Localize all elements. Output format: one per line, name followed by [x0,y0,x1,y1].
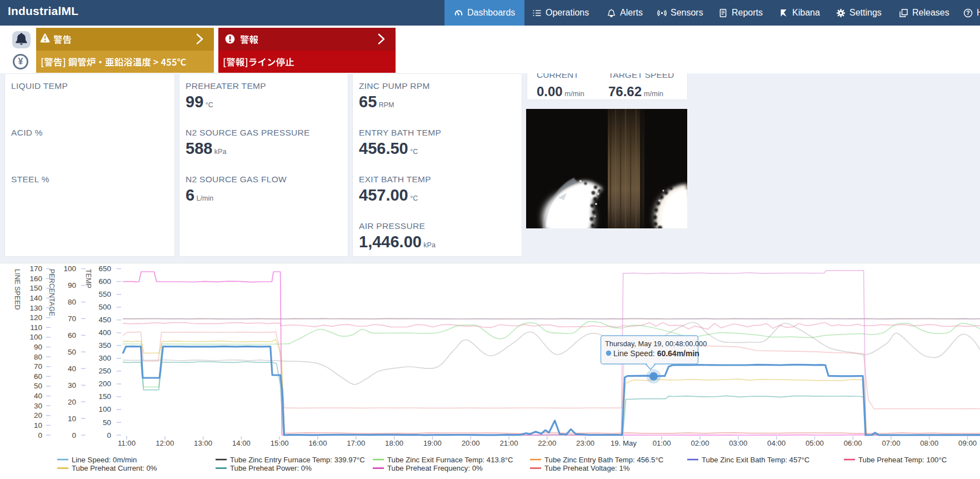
svg-text:Thursday, May 19, 00:48:00.000: Thursday, May 19, 00:48:00.000 [605,340,707,348]
svg-text:200: 200 [98,380,111,388]
svg-text:Tube Preheat Temp: 100°C: Tube Preheat Temp: 100°C [858,456,947,464]
svg-text:Tube Zinc Entry Furnace Temp:: Tube Zinc Entry Furnace Temp: 339.97°C [230,456,365,464]
svg-text:23:00: 23:00 [576,439,594,447]
svg-text:13:00: 13:00 [194,439,212,447]
svg-text:05:00: 05:00 [806,439,824,447]
svg-text:12:00: 12:00 [156,439,174,447]
svg-text:70: 70 [34,362,42,371]
svg-text:0: 0 [107,431,111,440]
svg-text:90: 90 [68,281,76,290]
svg-text:Tube Zinc Exit Bath Temp: 457°: Tube Zinc Exit Bath Temp: 457°C [702,456,810,464]
svg-text:PERCENTAGE: PERCENTAGE [48,269,56,316]
svg-text:110: 110 [30,323,42,332]
svg-text:Tube Preheat Voltage: 1%: Tube Preheat Voltage: 1% [544,464,630,472]
svg-text:0: 0 [72,431,76,440]
svg-text:0: 0 [38,431,42,440]
svg-text:120: 120 [29,313,42,322]
svg-text:50: 50 [34,382,42,390]
svg-text:500: 500 [98,303,111,311]
svg-text:300: 300 [98,354,111,362]
svg-text:100: 100 [63,265,76,273]
svg-text:10: 10 [68,415,76,423]
svg-text:21:00: 21:00 [499,439,518,447]
svg-text:170: 170 [29,265,42,273]
svg-text:03:00: 03:00 [729,439,747,447]
svg-text:19. May: 19. May [611,439,637,447]
svg-text:80: 80 [68,298,76,306]
svg-text:250: 250 [98,367,111,375]
svg-text:TEMP: TEMP [84,269,92,288]
svg-text:550: 550 [98,290,111,298]
svg-text:Tube Preheat Power: 0%: Tube Preheat Power: 0% [230,464,312,472]
svg-text:Line Speed: 60.64m/min: Line Speed: 60.64m/min [613,349,699,358]
svg-text:50: 50 [68,348,76,356]
svg-text:400: 400 [98,328,111,337]
svg-text:11:00: 11:00 [118,439,136,447]
svg-text:22:00: 22:00 [538,439,556,447]
svg-text:07:00: 07:00 [882,439,900,447]
svg-text:80: 80 [34,353,42,361]
svg-text:Tube Zinc Entry Bath Temp: 456: Tube Zinc Entry Bath Temp: 456.5°C [544,456,664,464]
svg-text:40: 40 [34,392,42,400]
svg-text:10: 10 [34,421,42,430]
svg-text:150: 150 [98,392,111,401]
svg-text:20: 20 [68,398,76,406]
svg-text:450: 450 [98,316,111,324]
svg-text:160: 160 [29,275,42,283]
svg-text:50: 50 [103,418,111,427]
svg-text:150: 150 [29,284,42,292]
svg-text:40: 40 [68,365,76,373]
svg-text:18:00: 18:00 [385,439,403,447]
svg-text:15:00: 15:00 [271,439,289,447]
svg-text:70: 70 [68,315,76,323]
svg-text:08:00: 08:00 [920,439,938,447]
svg-text:140: 140 [29,294,42,302]
svg-text:Tube Zinc Exit Furnace Temp: 4: Tube Zinc Exit Furnace Temp: 413.8°C [387,456,513,464]
svg-text:02:00: 02:00 [691,439,709,447]
svg-text:350: 350 [98,341,111,350]
svg-text:20: 20 [34,411,42,420]
svg-text:09:00: 09:00 [958,439,977,447]
svg-text:LINE SPEED: LINE SPEED [13,269,21,310]
svg-text:20:00: 20:00 [462,439,480,447]
svg-text:04:00: 04:00 [767,439,786,447]
svg-text:100: 100 [98,405,111,413]
svg-text:14:00: 14:00 [232,439,251,447]
svg-text:130: 130 [29,304,42,312]
svg-text:16:00: 16:00 [308,439,327,447]
svg-text:650: 650 [98,265,111,273]
svg-text:Tube Preheat Current: 0%: Tube Preheat Current: 0% [72,464,157,472]
svg-text:06:00: 06:00 [844,439,862,447]
svg-text:60: 60 [34,372,42,381]
svg-text:Line Speed: 0m/min: Line Speed: 0m/min [72,456,137,464]
svg-text:600: 600 [98,277,111,286]
svg-text:30: 30 [68,381,76,390]
svg-text:19:00: 19:00 [423,439,442,447]
svg-text:?: ? [966,9,969,16]
svg-text:17:00: 17:00 [347,439,365,447]
svg-text:30: 30 [34,402,42,410]
svg-text:60: 60 [68,331,76,340]
svg-text:01:00: 01:00 [653,439,671,447]
svg-text:100: 100 [29,333,42,341]
svg-text:Tube Preheat Frequency: 0%: Tube Preheat Frequency: 0% [387,464,483,472]
svg-text:90: 90 [34,343,42,351]
